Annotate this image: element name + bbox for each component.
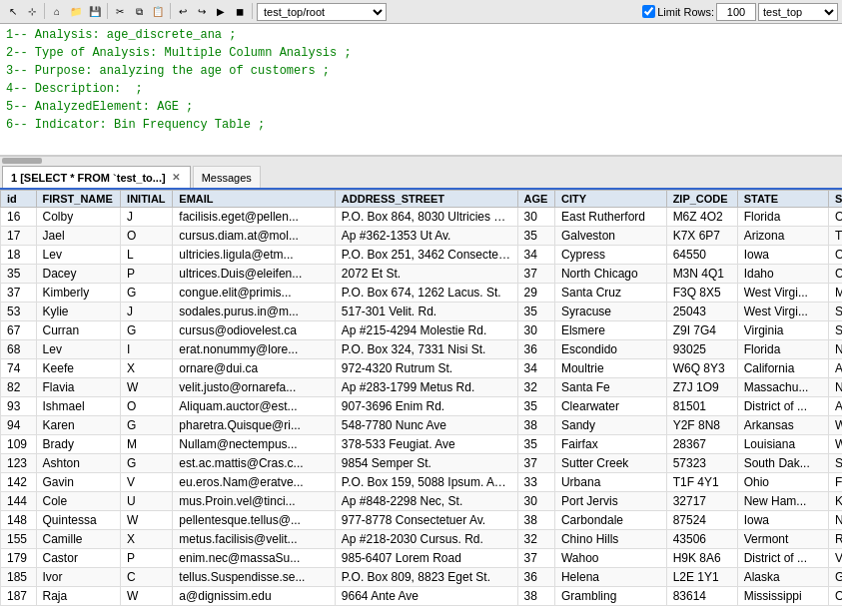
table-cell: NC [829,340,842,359]
col-header-state[interactable]: STATE [737,191,828,208]
table-cell: M [121,435,173,454]
save-icon[interactable]: 💾 [86,3,104,21]
table-cell: 32 [517,530,554,549]
limit-rows-input[interactable] [716,3,756,21]
table-cell: Arkansas [737,416,828,435]
toolbar-icons: ↖ ⊹ ⌂ 📁 💾 ✂ ⧉ 📋 ↩ ↪ ▶ ◼ [4,3,255,21]
table-row[interactable]: 142GavinVeu.eros.Nam@eratve...P.O. Box 1… [1,473,843,492]
col-header-city[interactable]: CITY [554,191,666,208]
table-cell: GA [829,568,842,587]
col-header-id[interactable]: id [1,191,37,208]
sql-editor[interactable]: 1-- Analysis: age_discrete_ana ; 2-- Typ… [0,24,842,156]
table-row[interactable]: 148QuintessaWpellentesque.tellus@...977-… [1,511,843,530]
table-cell: 33 [517,473,554,492]
table-cell: 93025 [666,340,737,359]
undo-icon[interactable]: ↩ [174,3,192,21]
table-cell: Florida [737,340,828,359]
col-header-statesh[interactable]: STATE_SH [829,191,842,208]
col-header-address[interactable]: ADDRESS_STREET [335,191,517,208]
table-row[interactable]: 53KylieJsodales.purus.in@m...517-301 Vel… [1,303,843,321]
table-cell: C [121,568,173,587]
table-row[interactable]: 18LevLultricies.ligula@etm...P.O. Box 25… [1,246,843,265]
col-header-age[interactable]: AGE [517,191,554,208]
table-row[interactable]: 68LevIerat.nonummy@lore...P.O. Box 324, … [1,340,843,359]
table-cell: Escondido [554,340,666,359]
table-cell: P [121,265,173,284]
table-cell: Arizona [737,227,828,246]
table-row[interactable]: 17JaelOcursus.diam.at@mol...Ap #362-1353… [1,227,843,246]
table-cell: G [121,454,173,473]
path-select[interactable]: test_top/root [257,3,387,21]
table-cell: Moultrie [554,359,666,378]
table-cell: New Ham... [737,492,828,511]
table-cell: Florida [737,208,828,227]
col-header-firstname[interactable]: FIRST_NAME [36,191,121,208]
table-cell: 35 [1,265,37,284]
db-select[interactable]: test_top [758,3,838,21]
table-row[interactable]: 187RajaWa@dignissim.edu9664 Ante Ave38Gr… [1,587,843,606]
cursor-icon[interactable]: ↖ [4,3,22,21]
table-cell: Cole [36,492,121,511]
table-row[interactable]: 82FlaviaWvelit.justo@ornarefa...Ap #283-… [1,378,843,397]
table-cell: 907-3696 Enim Rd. [335,397,517,416]
table-cell: 25043 [666,303,737,321]
sql-scrollbar[interactable] [0,156,842,164]
cut-icon[interactable]: ✂ [111,3,129,21]
col-header-initial[interactable]: INITIAL [121,191,173,208]
table-row[interactable]: 94KarenGpharetra.Quisque@ri...548-7780 N… [1,416,843,435]
limit-rows-checkbox[interactable] [642,5,655,18]
table-cell: X [121,530,173,549]
table-cell: L2E 1Y1 [666,568,737,587]
table-row[interactable]: 35DaceyPultrices.Duis@eleifen...2072 Et … [1,265,843,284]
table-cell: Lev [36,246,121,265]
table-cell: 38 [517,416,554,435]
table-row[interactable]: 155CamilleXmetus.facilisis@velit...Ap #2… [1,530,843,549]
table-cell: Ishmael [36,397,121,416]
redo-icon[interactable]: ↪ [193,3,211,21]
table-row[interactable]: 74KeefeXornare@dui.ca972-4320 Rutrum St.… [1,359,843,378]
table-cell: 29 [517,284,554,303]
stop-icon[interactable]: ◼ [231,3,249,21]
home-icon[interactable]: ⌂ [48,3,66,21]
table-cell: Flavia [36,378,121,397]
tab-messages[interactable]: Messages [193,166,261,188]
table-row[interactable]: 109BradyMNullam@nectempus...378-533 Feug… [1,435,843,454]
table-row[interactable]: 93IshmaelOAliquam.auctor@est...907-3696 … [1,397,843,416]
col-header-zip[interactable]: ZIP_CODE [666,191,737,208]
table-row[interactable]: 179CastorPenim.nec@massaSu...985-6407 Lo… [1,549,843,568]
copy-icon[interactable]: ⧉ [130,3,148,21]
table-cell: Ap #362-1353 Ut Av. [335,227,517,246]
tab-result[interactable]: 1 [SELECT * FROM `test_to...] ✕ [2,166,191,188]
folder-open-icon[interactable]: 📁 [67,3,85,21]
table-cell: enim.nec@massaSu... [173,549,335,568]
table-cell: 38 [517,587,554,606]
run-icon[interactable]: ▶ [212,3,230,21]
table-cell: Kylie [36,303,121,321]
tab-result-close[interactable]: ✕ [170,172,182,184]
table-cell: 64550 [666,246,737,265]
limit-rows-label: Limit Rows: [642,5,714,18]
table-cell: Chino Hills [554,530,666,549]
table-row[interactable]: 185IvorCtellus.Suspendisse.se...P.O. Box… [1,568,843,587]
table-cell: RI [829,530,842,549]
table-cell: Karen [36,416,121,435]
app-window: ↖ ⊹ ⌂ 📁 💾 ✂ ⧉ 📋 ↩ ↪ ▶ ◼ test_top/root Li… [0,0,842,616]
select-icon[interactable]: ⊹ [23,3,41,21]
table-cell: Raja [36,587,121,606]
table-row[interactable]: 67CurranGcursus@odiovelest.caAp #215-429… [1,321,843,340]
paste-icon[interactable]: 📋 [149,3,167,21]
table-cell: Dacey [36,265,121,284]
col-header-email[interactable]: EMAIL [173,191,335,208]
table-row[interactable]: 144ColeUmus.Proin.vel@tinci...Ap #848-22… [1,492,843,511]
table-cell: 38 [517,511,554,530]
table-row[interactable]: 123AshtonGest.ac.mattis@Cras.c...9854 Se… [1,454,843,473]
sql-line-2: 2-- Type of Analysis: Multiple Column An… [6,44,836,62]
table-cell: pellentesque.tellus@... [173,511,335,530]
table-cell: P.O. Box 864, 8030 Ultricies Rd. [335,208,517,227]
table-cell: Louisiana [737,435,828,454]
table-cell: H9K 8A6 [666,549,737,568]
data-grid-container[interactable]: id FIRST_NAME INITIAL EMAIL ADDRESS_STRE… [0,190,842,616]
table-cell: facilisis.eget@pellen... [173,208,335,227]
table-row[interactable]: 16ColbyJfacilisis.eget@pellen...P.O. Box… [1,208,843,227]
table-row[interactable]: 37KimberlyGcongue.elit@primis...P.O. Box… [1,284,843,303]
